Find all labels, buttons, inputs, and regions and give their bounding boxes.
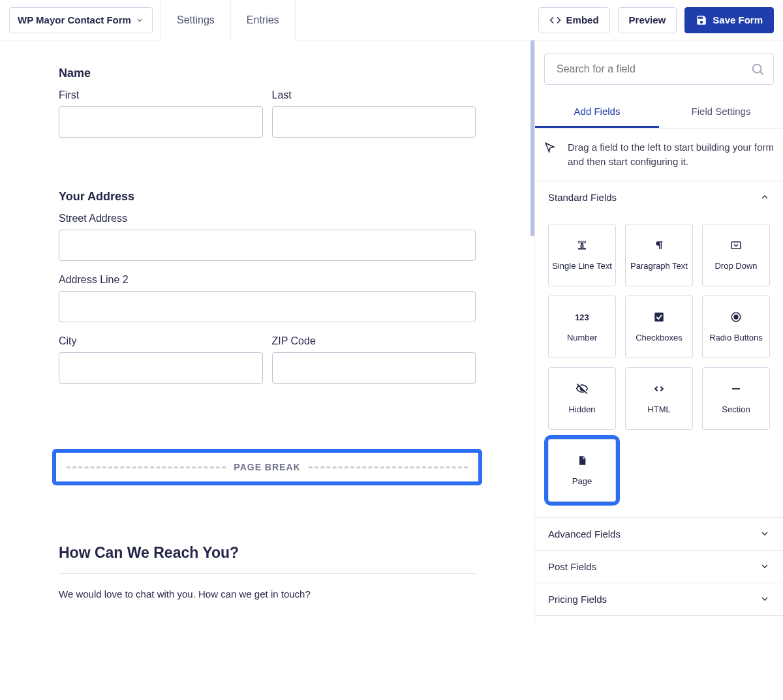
- svg-rect-4: [654, 312, 664, 322]
- post-fields-label: Post Fields: [548, 561, 596, 572]
- last-name-label: Last: [272, 89, 476, 101]
- chevron-down-icon: [760, 561, 770, 571]
- top-bar: WP Mayor Contact Form Settings Entries E…: [0, 0, 783, 40]
- post-fields-accordion: Post Fields: [535, 551, 783, 583]
- field-label: Number: [567, 333, 597, 342]
- last-name-input[interactable]: [272, 106, 476, 138]
- chevron-down-icon: [135, 16, 144, 25]
- chevron-up-icon: [760, 192, 770, 202]
- standard-fields-head[interactable]: Standard Fields: [535, 181, 783, 213]
- advanced-fields-label: Advanced Fields: [548, 528, 621, 540]
- section-icon: [730, 382, 742, 395]
- field-label: Paragraph Text: [630, 261, 688, 271]
- zip-input[interactable]: [272, 352, 476, 384]
- main-area: Name First Last Your Address Street Addr…: [0, 40, 783, 626]
- field-hidden[interactable]: Hidden: [548, 367, 616, 430]
- field-drop-down[interactable]: Drop Down: [702, 224, 770, 286]
- page-break-field[interactable]: PAGE BREAK: [52, 449, 482, 485]
- text-icon: [576, 239, 588, 252]
- field-section[interactable]: Section: [702, 367, 770, 430]
- form-selector[interactable]: WP Mayor Contact Form: [9, 7, 153, 33]
- form-selector-label: WP Mayor Contact Form: [18, 14, 131, 25]
- search-input[interactable]: [544, 53, 774, 85]
- embed-label: Embed: [566, 14, 599, 25]
- dash-line-right: [309, 466, 468, 468]
- street-input[interactable]: [59, 230, 476, 261]
- advanced-fields-head[interactable]: Advanced Fields: [535, 518, 783, 550]
- paragraph-icon: [654, 239, 664, 252]
- form-canvas[interactable]: Name First Last Your Address Street Addr…: [0, 40, 535, 626]
- page-break-label: PAGE BREAK: [234, 462, 300, 472]
- save-form-button[interactable]: Save Form: [684, 7, 774, 33]
- field-search: [544, 53, 774, 85]
- pricing-fields-head[interactable]: Pricing Fields: [535, 583, 783, 615]
- dash-line-left: [67, 466, 226, 468]
- search-icon: [750, 62, 765, 76]
- pricing-fields-label: Pricing Fields: [548, 594, 607, 605]
- field-html[interactable]: HTML: [625, 367, 693, 430]
- line2-label: Address Line 2: [59, 274, 476, 286]
- address-field[interactable]: Your Address Street Address Address Line…: [59, 190, 476, 384]
- advanced-fields-accordion: Advanced Fields: [535, 518, 783, 551]
- code-icon: [549, 14, 561, 26]
- radio-icon: [730, 311, 742, 324]
- tab-field-settings[interactable]: Field Settings: [659, 97, 783, 128]
- field-single-line-text[interactable]: Single Line Text: [548, 224, 616, 286]
- number-icon: 123: [575, 311, 589, 324]
- preview-button[interactable]: Preview: [618, 7, 677, 33]
- svg-rect-3: [731, 242, 741, 249]
- field-label: Section: [722, 404, 750, 414]
- field-label: Single Line Text: [552, 261, 612, 271]
- save-label: Save Form: [713, 14, 763, 25]
- tab-add-fields[interactable]: Add Fields: [535, 97, 659, 128]
- field-page[interactable]: Page: [548, 439, 616, 502]
- standard-fields-accordion: Standard Fields Single Line Text Paragra…: [535, 181, 783, 518]
- field-label: Drop Down: [714, 261, 757, 271]
- field-paragraph-text[interactable]: Paragraph Text: [625, 224, 693, 286]
- field-label: Hidden: [568, 404, 595, 414]
- right-sidebar: Add Fields Field Settings Drag a field t…: [535, 40, 783, 626]
- cursor-icon: [544, 142, 556, 153]
- city-label: City: [59, 335, 263, 347]
- field-label: Radio Buttons: [709, 333, 763, 342]
- help-text: Drag a field to the left to start buildi…: [568, 140, 774, 169]
- pricing-fields-accordion: Pricing Fields: [535, 583, 783, 616]
- entries-tab[interactable]: Entries: [231, 0, 296, 40]
- post-fields-head[interactable]: Post Fields: [535, 551, 783, 583]
- sidebar-tabs: Add Fields Field Settings: [535, 97, 783, 129]
- help-row: Drag a field to the left to start buildi…: [535, 129, 783, 181]
- field-label: HTML: [647, 404, 670, 414]
- drag-indicator: [530, 40, 534, 236]
- first-name-input[interactable]: [59, 106, 263, 138]
- field-label: Checkboxes: [636, 333, 683, 342]
- city-input[interactable]: [59, 352, 263, 384]
- chevron-down-icon: [760, 528, 770, 539]
- chevron-down-icon: [760, 594, 770, 604]
- page-icon: [577, 454, 587, 467]
- field-checkboxes[interactable]: Checkboxes: [625, 296, 693, 358]
- svg-line-1: [760, 72, 763, 74]
- field-number[interactable]: 123 Number: [548, 296, 616, 358]
- embed-button[interactable]: Embed: [538, 7, 610, 33]
- field-label: Page: [572, 476, 592, 486]
- section-separator: [59, 573, 476, 574]
- dropdown-icon: [730, 239, 742, 252]
- settings-tab[interactable]: Settings: [161, 0, 231, 40]
- standard-fields-label: Standard Fields: [548, 192, 617, 203]
- field-grid: Single Line Text Paragraph Text Drop Dow…: [535, 213, 783, 517]
- hidden-icon: [576, 382, 589, 395]
- checkbox-icon: [653, 311, 665, 324]
- section-description: We would love to chat with you. How can …: [59, 588, 476, 600]
- field-radio-buttons[interactable]: Radio Buttons: [702, 296, 770, 358]
- name-field-label: Name: [59, 67, 476, 80]
- save-icon: [696, 14, 707, 26]
- first-name-label: First: [59, 89, 263, 101]
- section-title[interactable]: How Can We Reach You?: [59, 544, 476, 562]
- name-field[interactable]: Name First Last: [59, 67, 476, 138]
- address-field-label: Your Address: [59, 190, 476, 204]
- line2-input[interactable]: [59, 291, 476, 322]
- svg-point-0: [753, 65, 761, 73]
- svg-point-6: [734, 315, 738, 319]
- street-label: Street Address: [59, 213, 476, 224]
- zip-label: ZIP Code: [272, 335, 476, 347]
